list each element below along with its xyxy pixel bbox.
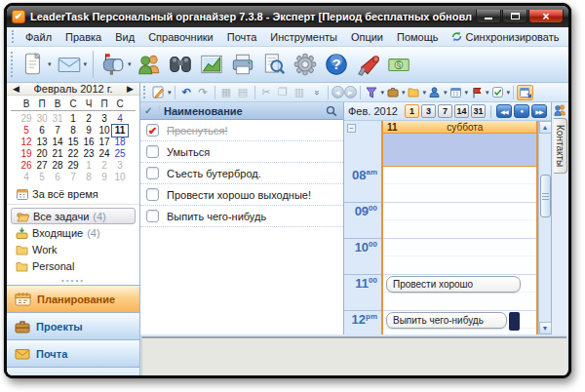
calendar-day[interactable]: 1: [81, 160, 97, 172]
prev-month-button[interactable]: ◀: [13, 84, 20, 94]
print-preview-button[interactable]: [258, 50, 290, 79]
calendar-day[interactable]: 2: [97, 160, 112, 172]
calendar-day[interactable]: 20: [34, 148, 50, 160]
next-period-button[interactable]: ▶▶: [531, 104, 547, 118]
sidebar-customize-strip[interactable]: [7, 367, 139, 378]
scroll-down-icon[interactable]: ▼: [539, 322, 552, 334]
minimize-button[interactable]: [476, 10, 501, 23]
paste-button[interactable]: ▥: [292, 85, 308, 100]
contacts-tab[interactable]: Контакты: [554, 118, 567, 174]
filter-button[interactable]: [364, 85, 380, 100]
calendar-day[interactable]: 8: [65, 125, 81, 137]
folder-all-tasks[interactable]: Все задачи (4): [11, 208, 136, 224]
calendar-day[interactable]: 7: [65, 172, 81, 183]
calendar-day[interactable]: 9: [81, 125, 97, 137]
calendar-day[interactable]: 24: [97, 148, 112, 160]
calendar-day[interactable]: 3: [97, 113, 112, 125]
collapse-allday-button[interactable]: −: [347, 124, 356, 133]
calendar-day[interactable]: 5: [19, 125, 34, 137]
synchronize-button[interactable]: Синхронизировать: [446, 28, 565, 45]
time-grid[interactable]: Провести хорошо Выпить чего-нибудь: [383, 167, 536, 334]
folder-personal[interactable]: Personal: [11, 257, 136, 274]
toolbar-grip[interactable]: [143, 86, 146, 98]
calendar-month-title[interactable]: Февраль 2012 г.: [20, 83, 127, 95]
view-31-days-button[interactable]: 31: [471, 104, 486, 118]
license-button[interactable]: §: [383, 50, 414, 79]
calendar-day[interactable]: 23: [81, 148, 97, 160]
search-button[interactable]: [165, 50, 196, 79]
day-view-month-label[interactable]: Фев. 2012: [348, 105, 398, 117]
projects-filter-button[interactable]: [384, 85, 401, 100]
move-button[interactable]: ▤: [235, 85, 252, 100]
hour-cell[interactable]: [383, 203, 536, 239]
undo-button[interactable]: ↶: [178, 85, 195, 100]
search-icon[interactable]: [326, 105, 337, 117]
close-button[interactable]: ×: [528, 10, 564, 23]
calendar-day[interactable]: 12: [19, 137, 34, 148]
nav-mail-button[interactable]: Почта: [7, 339, 139, 367]
calendar-day[interactable]: 11: [112, 125, 128, 137]
task-row[interactable]: Выпить чего-нибудь: [140, 206, 343, 227]
folder-work[interactable]: Work: [11, 241, 136, 257]
scrollbar-thumb[interactable]: [540, 175, 551, 217]
statistics-button[interactable]: [196, 50, 227, 79]
calendar-day[interactable]: 8: [81, 172, 97, 183]
calendar-event[interactable]: Провести хорошо: [386, 276, 521, 293]
task-checkbox[interactable]: [146, 145, 159, 158]
calendar-day[interactable]: 1: [65, 113, 81, 125]
view-3-days-button[interactable]: 3: [421, 104, 436, 118]
name-column-header[interactable]: Наименование: [164, 105, 322, 117]
view-7-days-button[interactable]: 7: [438, 104, 452, 118]
toolbar-grip[interactable]: [11, 52, 14, 76]
calendar-day[interactable]: 25: [112, 148, 128, 160]
calendar-day[interactable]: 29: [19, 113, 34, 125]
task-checkbox[interactable]: [146, 167, 159, 179]
scroll-up-icon[interactable]: ▲: [539, 121, 552, 134]
task-checkbox[interactable]: [146, 210, 159, 222]
categories-button[interactable]: [406, 85, 422, 100]
task-row[interactable]: ✔ Проснуться!: [140, 120, 343, 141]
calendar-day[interactable]: 10: [112, 172, 128, 183]
toolbar-grip[interactable]: [12, 30, 15, 43]
notes-panel[interactable]: [141, 336, 566, 375]
calendar-day[interactable]: 18: [112, 137, 128, 148]
task-checkbox[interactable]: [146, 188, 159, 201]
nav-projects-button[interactable]: Проекты: [7, 312, 139, 339]
folder-inbox[interactable]: Входящие (4): [11, 224, 136, 241]
edit-task-button[interactable]: [150, 85, 167, 100]
calendar-day[interactable]: 28: [50, 160, 65, 172]
calendar-day[interactable]: 27: [34, 160, 50, 172]
calendar-day[interactable]: 14: [50, 137, 65, 148]
contacts-button[interactable]: [134, 50, 165, 79]
calendar-day[interactable]: 15: [65, 137, 81, 148]
calendar-day[interactable]: 13: [34, 137, 50, 148]
menu-file[interactable]: Файл: [19, 29, 58, 45]
copy-button[interactable]: ❐: [275, 85, 292, 100]
news-button[interactable]: [352, 50, 383, 79]
assignee-button[interactable]: [426, 85, 443, 100]
mailbox-button[interactable]: ▾: [98, 50, 134, 79]
view-14-days-button[interactable]: 14: [454, 104, 469, 118]
settings-button[interactable]: [290, 50, 321, 79]
new-mail-button[interactable]: ▾: [54, 50, 90, 79]
calendar-day[interactable]: 22: [65, 148, 81, 160]
calendar-day[interactable]: 31: [50, 113, 65, 125]
day-view-scrollbar[interactable]: ▲ ▼: [538, 121, 551, 334]
nav-forward-button[interactable]: ▶: [344, 86, 357, 98]
calendar-day[interactable]: 7: [50, 125, 65, 137]
task-row[interactable]: Умыться: [140, 141, 343, 163]
calendar-day[interactable]: 21: [50, 148, 65, 160]
calendar-day[interactable]: 19: [19, 148, 34, 160]
hour-cell[interactable]: [383, 239, 536, 275]
prev-period-button[interactable]: ◀◀: [496, 104, 512, 118]
cut-button[interactable]: ✂: [258, 85, 275, 100]
allday-area[interactable]: [383, 134, 536, 167]
calendar-day[interactable]: 5: [34, 172, 50, 183]
menu-directories[interactable]: Справочники: [141, 29, 220, 45]
rename-button[interactable]: ▦: [218, 85, 235, 100]
customize-dropdown-icon[interactable]: [126, 375, 134, 378]
calendar-day[interactable]: 10: [97, 125, 112, 137]
status-button[interactable]: [489, 85, 506, 100]
calendar-day[interactable]: 6: [34, 125, 50, 137]
flag-button[interactable]: [468, 85, 485, 100]
